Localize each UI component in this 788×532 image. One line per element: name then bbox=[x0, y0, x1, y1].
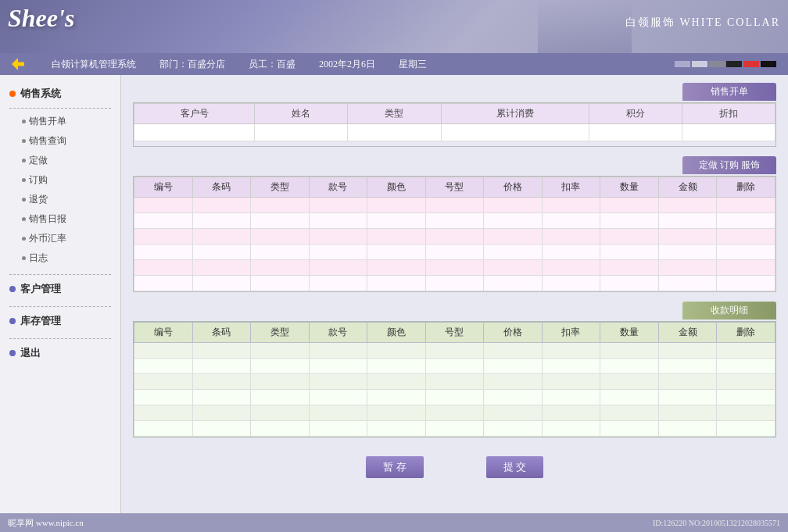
sidebar-item-exchange[interactable]: 外币汇率 bbox=[0, 229, 120, 248]
cell bbox=[134, 390, 193, 405]
customer-table-wrapper: 客户号 姓名 类型 累计消费 积分 折扣 bbox=[133, 102, 776, 147]
cell bbox=[542, 421, 600, 437]
cell bbox=[658, 343, 717, 359]
cell bbox=[425, 198, 484, 213]
cell bbox=[542, 343, 600, 359]
cell bbox=[600, 405, 659, 421]
cell bbox=[484, 198, 543, 213]
cell bbox=[251, 276, 310, 291]
order-table: 编号 条码 类型 款号 颜色 号型 价格 扣率 数量 金额 删除 bbox=[134, 177, 775, 291]
col-points: 积分 bbox=[589, 104, 682, 124]
cell bbox=[134, 260, 193, 276]
cell bbox=[134, 359, 193, 374]
cell bbox=[658, 276, 717, 291]
sidebar-item-daily-report[interactable]: 销售日报 bbox=[0, 209, 120, 229]
section-sale-open: 销售开单 客户号 姓名 类型 累计消费 积分 折扣 bbox=[133, 83, 776, 147]
cell bbox=[192, 390, 251, 405]
col-type: 类型 bbox=[251, 323, 310, 343]
cell bbox=[717, 421, 775, 437]
brand-text: 白领服饰 WHITE COLLAR bbox=[625, 16, 780, 30]
cell bbox=[542, 229, 600, 245]
col-size: 号型 bbox=[425, 323, 484, 343]
sidebar-item-label-exchange: 外币汇率 bbox=[29, 232, 66, 245]
header-figure bbox=[538, 0, 632, 53]
cell bbox=[600, 229, 659, 245]
cell bbox=[484, 276, 543, 291]
cell bbox=[134, 405, 193, 421]
col-price: 价格 bbox=[484, 177, 543, 198]
cell bbox=[484, 343, 543, 359]
sidebar-section-label-exit: 退出 bbox=[20, 346, 41, 360]
cell bbox=[658, 245, 717, 260]
cell bbox=[192, 343, 251, 359]
cell bbox=[658, 359, 717, 374]
cell bbox=[309, 343, 367, 359]
bullet-icon bbox=[22, 159, 26, 162]
cell bbox=[717, 245, 775, 260]
sidebar-item-return[interactable]: 退货 bbox=[0, 190, 120, 209]
sidebar-item-order[interactable]: 订购 bbox=[0, 170, 120, 190]
cell bbox=[484, 229, 543, 245]
cell bbox=[367, 245, 426, 260]
col-style: 款号 bbox=[309, 323, 367, 343]
sidebar-section-label-customer: 客户管理 bbox=[20, 282, 61, 296]
cell bbox=[600, 421, 659, 437]
cell bbox=[484, 213, 543, 229]
col-rate: 扣率 bbox=[542, 323, 600, 343]
col-cumulative: 累计消费 bbox=[441, 104, 589, 124]
sidebar-item-label-open-sale: 销售开单 bbox=[29, 115, 66, 128]
col-no: 编号 bbox=[134, 177, 193, 198]
bullet-icon bbox=[22, 120, 26, 123]
cell bbox=[589, 124, 682, 141]
divider3 bbox=[9, 306, 111, 307]
cell bbox=[600, 276, 659, 291]
cell bbox=[367, 260, 426, 276]
cell bbox=[425, 405, 484, 421]
cell bbox=[484, 374, 543, 390]
save-button[interactable]: 暂 存 bbox=[366, 456, 423, 478]
cell bbox=[542, 198, 600, 213]
cell bbox=[134, 198, 193, 213]
cell bbox=[484, 421, 543, 437]
sidebar-section-title-exit[interactable]: 退出 bbox=[0, 342, 120, 364]
cell bbox=[192, 260, 251, 276]
cell bbox=[309, 245, 367, 260]
sidebar-section-title-inventory[interactable]: 库存管理 bbox=[0, 310, 120, 332]
table-row bbox=[134, 124, 775, 141]
cell bbox=[192, 245, 251, 260]
cell bbox=[192, 229, 251, 245]
cell bbox=[542, 359, 600, 374]
cell bbox=[251, 245, 310, 260]
main-layout: 销售系统 销售开单 销售查询 定做 订购 退货 bbox=[0, 75, 788, 513]
cell bbox=[367, 374, 426, 390]
sidebar-item-query-sale[interactable]: 销售查询 bbox=[0, 131, 120, 151]
sidebar-section-title-sales[interactable]: 销售系统 bbox=[0, 83, 120, 105]
cell bbox=[309, 390, 367, 405]
system-title: 白领计算机管理系统 bbox=[52, 58, 136, 71]
cell bbox=[425, 421, 484, 437]
arrow-icon bbox=[12, 58, 24, 70]
col-type: 类型 bbox=[348, 104, 441, 124]
sidebar-section-title-customer[interactable]: 客户管理 bbox=[0, 278, 120, 300]
table-row bbox=[134, 245, 775, 260]
sidebar-item-custom-make[interactable]: 定做 bbox=[0, 151, 120, 170]
submit-button[interactable]: 提 交 bbox=[486, 456, 543, 478]
cell bbox=[309, 276, 367, 291]
col-color: 颜色 bbox=[367, 177, 426, 198]
cell bbox=[658, 421, 717, 437]
cell bbox=[484, 245, 543, 260]
table-row bbox=[134, 213, 775, 229]
sidebar-item-label-return: 退货 bbox=[29, 193, 48, 206]
cell bbox=[658, 374, 717, 390]
sidebar-section-exit: 退出 bbox=[0, 342, 120, 364]
cell bbox=[425, 213, 484, 229]
cell bbox=[600, 359, 659, 374]
col-discount: 折扣 bbox=[682, 104, 775, 124]
cell bbox=[425, 260, 484, 276]
dot-icon-sales bbox=[9, 91, 16, 97]
cell bbox=[348, 124, 441, 141]
sidebar-item-log[interactable]: 日志 bbox=[0, 248, 120, 268]
cell bbox=[134, 229, 193, 245]
sidebar-item-open-sale[interactable]: 销售开单 bbox=[0, 112, 120, 131]
cell bbox=[600, 343, 659, 359]
